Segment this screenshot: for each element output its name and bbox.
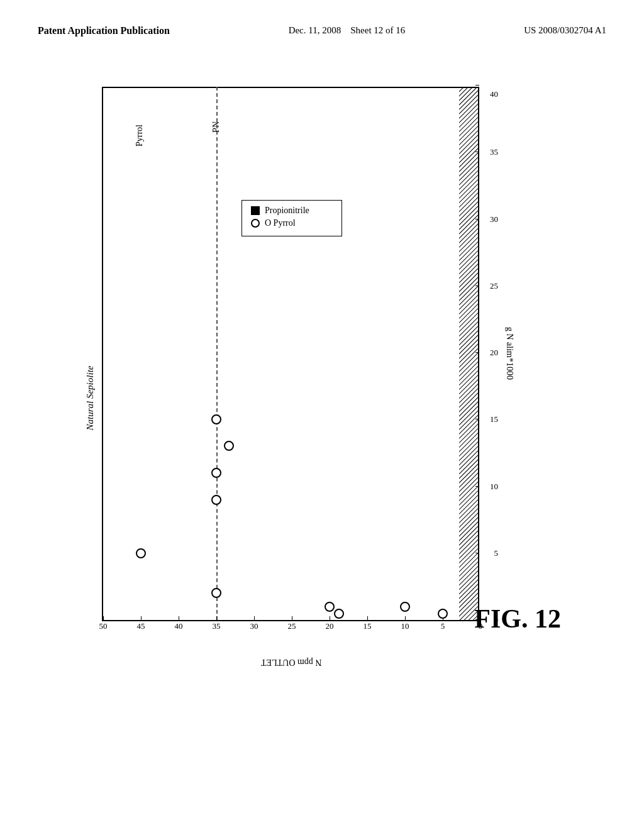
data-point-pyrrol-4	[211, 468, 221, 478]
data-point-pyrrol-6	[211, 588, 221, 598]
x-tick-line-10	[405, 616, 406, 620]
plot-area: Pyrrol PN 50 45 40 35 30 25 20 15 10 5 0	[102, 87, 479, 621]
x-tick-line-40	[179, 616, 179, 620]
publication-title: Patent Application Publication	[38, 25, 170, 36]
x-axis-label: N ppm OUTLET	[261, 657, 321, 667]
x-tick-label-45: 45	[137, 621, 145, 631]
y-right-label-15: 15	[490, 414, 498, 424]
y-right-tick-line-20	[475, 352, 479, 353]
legend-item-pyrrol: O Pyrrol	[251, 218, 333, 228]
legend-label-pyrrol: O Pyrrol	[265, 218, 296, 228]
data-point-pyrrol-1	[136, 548, 146, 558]
x-tick-label-30: 30	[250, 621, 258, 631]
x-tick-line-50	[103, 616, 104, 620]
x-tick-line-25	[292, 616, 292, 620]
x-tick-label-10: 10	[401, 621, 409, 631]
header-center: Dec. 11, 2008 Sheet 12 of 16	[289, 25, 406, 36]
publication-date: Dec. 11, 2008	[289, 25, 341, 35]
page-header: Patent Application Publication Dec. 11, …	[0, 0, 644, 49]
data-point-pyrrol-10	[438, 609, 448, 619]
y-right-tick-line-35	[475, 152, 479, 152]
x-tick-line-20	[330, 616, 330, 620]
x-tick-label-20: 20	[326, 621, 334, 631]
x-tick-line-35	[216, 616, 217, 620]
y-right-tick-line-15	[475, 419, 479, 419]
data-point-pyrrol-7	[325, 602, 335, 612]
svg-rect-1	[459, 87, 479, 620]
y-right-tick-line-10	[475, 486, 479, 487]
x-tick-label-25: 25	[288, 621, 296, 631]
hatch-bar	[459, 87, 479, 620]
y-right-axis-label: g N alim*1000	[504, 327, 514, 380]
y-right-label-30: 30	[490, 214, 498, 224]
x-tick-label-15: 15	[364, 621, 372, 631]
y-right-tick-line-30	[475, 219, 479, 219]
x-tick-label-50: 50	[99, 621, 108, 631]
x-tick-line-30	[254, 616, 255, 620]
y-right-tick-line-40	[475, 85, 479, 86]
y-right-label-20: 20	[490, 348, 498, 358]
y-right-label-40: 40	[490, 89, 498, 99]
data-point-pyrrol-3	[224, 441, 234, 451]
data-point-pyrrol-2	[211, 414, 221, 424]
x-tick-label-35: 35	[213, 621, 221, 631]
legend-box: Propionitrile O Pyrrol	[242, 200, 342, 236]
legend-symbol-propionitrile	[251, 206, 260, 215]
legend-symbol-pyrrol	[251, 219, 260, 228]
x-tick-line-15	[367, 616, 368, 620]
y-right-label-5: 5	[494, 548, 499, 558]
legend-item-propionitrile: Propionitrile	[251, 206, 333, 216]
y-right-tick-line-25	[475, 285, 479, 286]
data-point-pyrrol-5	[211, 495, 221, 505]
y-right-label-25: 25	[490, 281, 498, 291]
chart-container: Natural Sepiolite Pyrrol PN	[52, 68, 592, 728]
legend-label-propionitrile: Propionitrile	[265, 206, 309, 216]
x-tick-label-40: 40	[175, 621, 183, 631]
pn-dashed-line	[216, 87, 218, 620]
y-axis-label: Natural Sepiolite	[85, 366, 96, 431]
pyrrol-label: Pyrrol	[135, 124, 145, 147]
x-axis-label-container: N ppm OUTLET	[103, 657, 479, 667]
patent-number: US 2008/0302704 A1	[524, 25, 606, 36]
sheet-info: Sheet 12 of 16	[350, 25, 405, 35]
x-tick-line-45	[141, 616, 142, 620]
figure-label: FIG. 12	[474, 604, 561, 634]
x-tick-label-5: 5	[441, 621, 445, 631]
y-right-tick-line-5	[475, 553, 479, 553]
y-right-label-10: 10	[490, 482, 498, 492]
plot-top-border	[103, 87, 479, 88]
pn-label: PN	[211, 121, 221, 133]
y-right-label-35: 35	[490, 147, 498, 157]
data-point-pyrrol-9	[400, 602, 410, 612]
data-point-pyrrol-8	[334, 609, 344, 619]
